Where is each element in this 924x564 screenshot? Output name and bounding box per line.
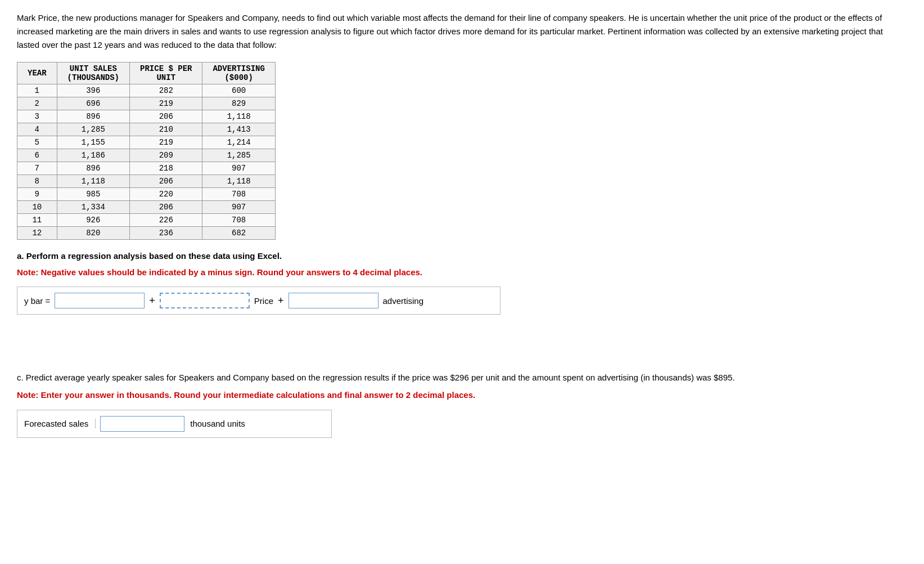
table-cell: 8 [17,175,57,188]
section-c-note: Note: Enter your answer in thousands. Ro… [17,389,907,402]
table-cell: 10 [17,201,57,214]
table-cell: 896 [57,162,129,175]
table-row: 2696219829 [17,97,276,110]
table-cell: 206 [130,201,202,214]
col-header-price: PRICE $ PERUNIT [130,62,202,84]
table-cell: 219 [130,97,202,110]
table-row: 7896218907 [17,162,276,175]
table-row: 38962061,118 [17,110,276,123]
table-cell: 1 [17,84,57,97]
table-row: 101,334206907 [17,201,276,214]
section-c-text: c. Predict average yearly speaker sales … [17,371,907,384]
table-cell: 907 [202,162,275,175]
price-label: Price [254,296,273,306]
table-cell: 1,155 [57,136,129,149]
table-cell: 682 [202,227,275,240]
table-cell: 1,118 [202,175,275,188]
section-a-label: a. Perform a regression analysis based o… [17,250,907,263]
plus-sign-1: + [149,295,155,307]
price-coefficient-input[interactable] [160,293,250,308]
table-cell: 11 [17,214,57,227]
table-cell: 7 [17,162,57,175]
table-cell: 708 [202,214,275,227]
table-cell: 226 [130,214,202,227]
table-cell: 1,186 [57,149,129,162]
equation-container: y bar = + Price + advertising [17,287,501,315]
forecasted-label: Forecasted sales [24,419,96,428]
table-cell: 6 [17,149,57,162]
col-header-unit-sales: UNIT SALES(THOUSANDS) [57,62,129,84]
forecasted-input[interactable] [100,416,184,432]
ybar-intercept-input[interactable] [55,293,145,308]
table-cell: 210 [130,123,202,136]
table-cell: 829 [202,97,275,110]
table-cell: 708 [202,188,275,201]
col-header-advertising: ADVERTISING($000) [202,62,275,84]
table-cell: 12 [17,227,57,240]
table-cell: 1,214 [202,136,275,149]
table-cell: 696 [57,97,129,110]
section-a-bold: a. Perform a regression analysis based o… [17,251,282,261]
table-cell: 1,334 [57,201,129,214]
table-cell: 2 [17,97,57,110]
table-cell: 820 [57,227,129,240]
table-cell: 219 [130,136,202,149]
table-cell: 1,413 [202,123,275,136]
table-row: 61,1862091,285 [17,149,276,162]
table-row: 11926226708 [17,214,276,227]
table-row: 1396282600 [17,84,276,97]
table-cell: 896 [57,110,129,123]
table-row: 51,1552191,214 [17,136,276,149]
table-cell: 282 [130,84,202,97]
forecasted-container: Forecasted sales thousand units [17,410,332,438]
table-cell: 3 [17,110,57,123]
advertising-label: advertising [383,296,424,306]
table-row: 41,2852101,413 [17,123,276,136]
table-cell: 985 [57,188,129,201]
col-header-year: YEAR [17,62,57,84]
thousand-units-label: thousand units [190,419,245,428]
table-cell: 9 [17,188,57,201]
table-cell: 206 [130,110,202,123]
data-table: YEAR UNIT SALES(THOUSANDS) PRICE $ PERUN… [17,62,276,240]
table-cell: 218 [130,162,202,175]
table-cell: 1,285 [202,149,275,162]
table-cell: 926 [57,214,129,227]
table-cell: 1,285 [57,123,129,136]
table-cell: 600 [202,84,275,97]
table-row: 12820236682 [17,227,276,240]
table-cell: 209 [130,149,202,162]
table-cell: 1,118 [202,110,275,123]
ybar-label: y bar = [24,296,50,306]
table-cell: 5 [17,136,57,149]
table-cell: 907 [202,201,275,214]
table-cell: 1,118 [57,175,129,188]
table-cell: 206 [130,175,202,188]
intro-paragraph: Mark Price, the new productions manager … [17,11,907,52]
section-a-note: Note: Negative values should be indicate… [17,266,907,279]
table-row: 81,1182061,118 [17,175,276,188]
table-cell: 236 [130,227,202,240]
plus-sign-2: + [278,295,284,307]
table-row: 9985220708 [17,188,276,201]
table-cell: 396 [57,84,129,97]
table-cell: 4 [17,123,57,136]
advertising-coefficient-input[interactable] [289,293,378,308]
table-cell: 220 [130,188,202,201]
